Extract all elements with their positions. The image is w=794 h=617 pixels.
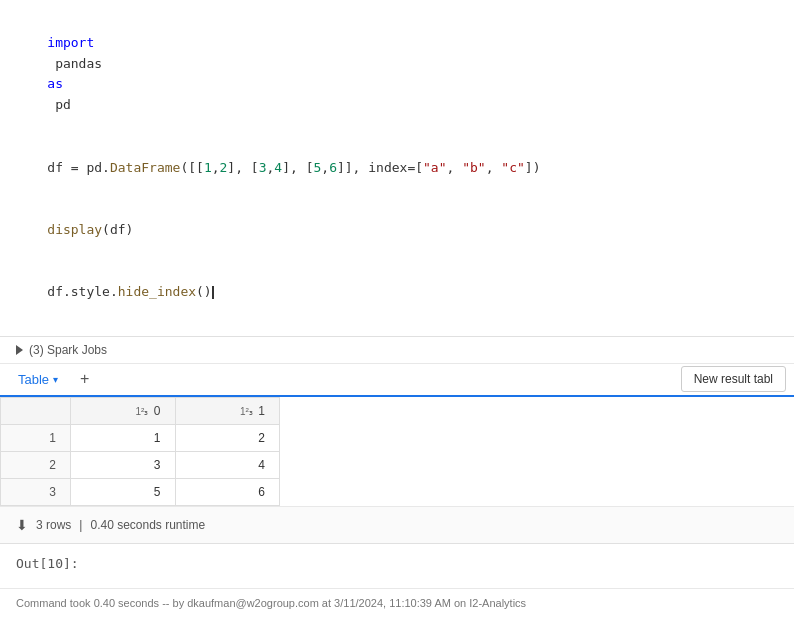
table-row: 2 3 4: [1, 451, 280, 478]
table-cell-1-1: 2: [175, 424, 280, 451]
spark-jobs-row[interactable]: (3) Spark Jobs: [0, 337, 794, 364]
table-cell-row-index-2: 2: [1, 451, 71, 478]
table-header-col1: 1²₃ 1: [175, 397, 280, 424]
table-wrapper: 1²₃ 0 1²₃ 1 1 1 2 2 3 4 3 5: [0, 397, 794, 506]
expand-icon: [16, 345, 23, 355]
tab-table-label: Table: [18, 372, 49, 387]
table-header-col0: 1²₃ 0: [71, 397, 176, 424]
col-type-icon-0: 1²₃: [136, 406, 149, 417]
table-footer: ⬇ 3 rows | 0.40 seconds runtime: [0, 506, 794, 543]
chevron-down-icon: ▾: [53, 374, 58, 385]
code-line-3: display(df): [16, 199, 778, 261]
download-icon[interactable]: ⬇: [16, 517, 28, 533]
table-row: 3 5 6: [1, 478, 280, 505]
tab-table[interactable]: Table ▾: [8, 364, 68, 397]
tab-left-group: Table ▾ +: [8, 364, 97, 395]
table-row: 1 1 2: [1, 424, 280, 451]
table-cell-3-1: 6: [175, 478, 280, 505]
status-bar: Command took 0.40 seconds -- by dkaufman…: [0, 588, 794, 617]
table-cell-3-0: 5: [71, 478, 176, 505]
new-result-table-button[interactable]: New result tabl: [681, 366, 786, 392]
table-header-index: [1, 397, 71, 424]
data-table: 1²₃ 0 1²₃ 1 1 1 2 2 3 4 3 5: [0, 397, 280, 506]
add-tab-button[interactable]: +: [72, 366, 97, 392]
col-type-icon-1: 1²₃: [240, 406, 253, 417]
runtime-text: 0.40 seconds runtime: [90, 518, 205, 532]
status-text: Command took 0.40 seconds -- by dkaufman…: [16, 597, 526, 609]
code-line-1: import pandas as pd: [16, 12, 778, 137]
keyword-import: import: [47, 35, 94, 50]
code-line-2: df = pd.DataFrame([[1,2], [3,4], [5,6]],…: [16, 137, 778, 199]
code-line-4: df.style.hide_index(): [16, 262, 778, 324]
spark-jobs-label: (3) Spark Jobs: [29, 343, 107, 357]
rows-count: 3 rows: [36, 518, 71, 532]
table-cell-2-0: 3: [71, 451, 176, 478]
table-header-row: 1²₃ 0 1²₃ 1: [1, 397, 280, 424]
tab-bar: Table ▾ + New result tabl: [0, 364, 794, 397]
footer-separator: |: [79, 518, 82, 532]
text-cursor: [212, 286, 214, 299]
table-cell-1-0: 1: [71, 424, 176, 451]
table-cell-row-index-3: 3: [1, 478, 71, 505]
output-label: Out[10]:: [16, 556, 778, 571]
code-block: import pandas as pd df = pd.DataFrame([[…: [0, 0, 794, 337]
table-cell-2-1: 4: [175, 451, 280, 478]
table-cell-row-index-1: 1: [1, 424, 71, 451]
